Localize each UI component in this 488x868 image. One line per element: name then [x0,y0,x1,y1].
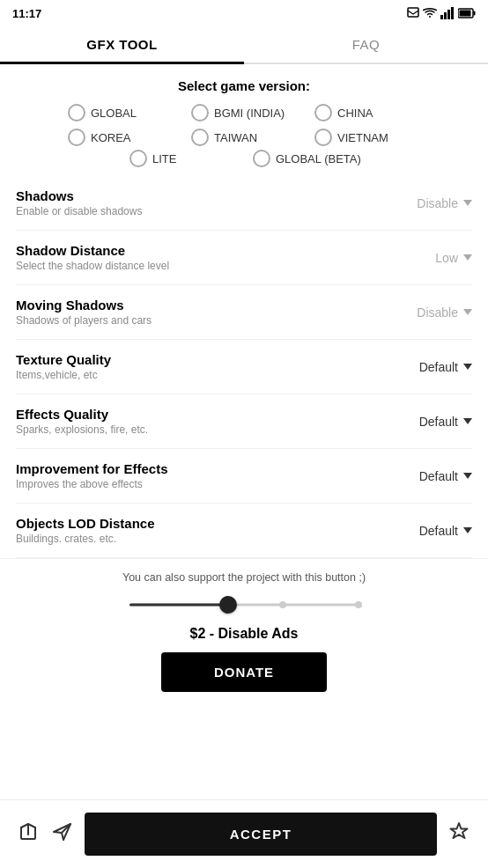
setting-row-moving-shadows: Moving Shadows Shadows of players and ca… [16,285,472,340]
dropdown-arrow-moving-shadows [463,309,472,315]
radio-label-vietnam: VIETNAM [337,131,388,144]
status-time: 11:17 [12,7,41,20]
signal-icon [440,7,455,19]
radio-china[interactable]: CHINA [306,104,429,121]
radio-label-global: GLOBAL [91,107,137,120]
setting-row-objects-lod: Objects LOD Distance Buildings. crates. … [16,504,472,558]
tab-faq[interactable]: FAQ [244,25,488,63]
radio-circle-china [314,104,332,121]
donate-button[interactable]: DONATE [161,652,327,692]
setting-info-shadows: Shadows Enable or disable shadows [16,188,393,217]
dropdown-arrow-shadow-distance [463,254,472,261]
radio-circle-taiwan [191,129,209,146]
setting-name-objects-lod: Objects LOD Distance [16,516,393,531]
svg-rect-2 [444,12,447,19]
slider-track [129,604,359,607]
radio-label-global-beta: GLOBAL (BETA) [276,152,361,166]
donate-price: $2 - Disable Ads [16,626,472,642]
radio-bgmi[interactable]: BGMI (INDIA) [182,104,306,121]
wifi-icon [423,8,437,18]
radio-global-beta[interactable]: GLOBAL (BETA) [244,150,367,167]
battery-icon [458,8,476,18]
setting-info-shadow-distance: Shadow Distance Select the shadow distan… [16,243,393,272]
dropdown-arrow-effects-quality [463,418,472,424]
setting-value-texture-quality: Default [419,360,458,374]
status-bar: 11:17 [0,0,488,25]
radio-label-lite: LITE [152,152,176,166]
donate-hint: You can also support the project with th… [16,571,472,584]
dropdown-arrow-improvement-effects [463,473,472,479]
setting-value-moving-shadows: Disable [417,305,458,320]
setting-value-shadow-distance: Low [435,251,458,265]
setting-control-shadows[interactable]: Disable [393,196,472,210]
setting-name-shadow-distance: Shadow Distance [16,243,393,258]
radio-label-china: CHINA [337,107,373,120]
setting-control-texture-quality[interactable]: Default [393,360,472,374]
star-icon[interactable] [447,820,470,849]
svg-rect-7 [460,11,471,17]
slider-container[interactable] [129,594,359,615]
setting-row-shadow-distance: Shadow Distance Select the shadow distan… [16,231,472,285]
radio-vietnam[interactable]: VIETNAM [306,129,429,146]
setting-control-moving-shadows[interactable]: Disable [393,305,472,320]
setting-name-texture-quality: Texture Quality [16,352,393,367]
setting-info-moving-shadows: Moving Shadows Shadows of players and ca… [16,298,393,327]
notification-icon [407,7,419,19]
share-icon[interactable] [18,820,41,849]
radio-label-korea: KOREA [91,131,131,144]
setting-name-moving-shadows: Moving Shadows [16,298,393,313]
setting-control-shadow-distance[interactable]: Low [393,251,472,265]
setting-control-objects-lod[interactable]: Default [393,524,472,538]
radio-label-taiwan: TAIWAN [214,131,257,144]
setting-name-effects-quality: Effects Quality [16,407,393,422]
setting-name-improvement-effects: Improvement for Effects [16,461,393,476]
version-section: Select game version: GLOBAL BGMI (INDIA)… [0,64,488,176]
svg-rect-6 [474,11,476,16]
radio-korea[interactable]: KOREA [59,129,182,146]
radio-circle-vietnam [314,129,332,146]
setting-desc-shadow-distance: Select the shadow distance level [16,260,393,272]
setting-info-objects-lod: Objects LOD Distance Buildings. crates. … [16,516,393,545]
setting-control-improvement-effects[interactable]: Default [393,469,472,483]
radio-taiwan[interactable]: TAIWAN [182,129,306,146]
setting-row-shadows: Shadows Enable or disable shadows Disabl… [16,176,472,231]
send-icon[interactable] [51,820,74,849]
setting-info-texture-quality: Texture Quality Items,vehicle, etc [16,352,393,381]
radio-label-bgmi: BGMI (INDIA) [214,107,285,120]
setting-control-effects-quality[interactable]: Default [393,415,472,429]
radio-global[interactable]: GLOBAL [59,104,182,121]
svg-rect-1 [440,15,443,19]
dropdown-arrow-texture-quality [463,364,472,370]
setting-desc-texture-quality: Items,vehicle, etc [16,369,393,381]
slider-tick-1 [279,601,286,608]
setting-value-objects-lod: Default [419,524,458,538]
slider-thumb[interactable] [219,596,237,614]
setting-value-improvement-effects: Default [419,469,458,483]
dropdown-arrow-shadows [463,200,472,206]
setting-info-effects-quality: Effects Quality Sparks, explosions, fire… [16,407,393,436]
setting-info-improvement-effects: Improvement for Effects Improves the abo… [16,461,393,490]
version-title: Select game version: [16,78,472,93]
setting-desc-moving-shadows: Shadows of players and cars [16,314,393,327]
setting-name-shadows: Shadows [16,188,393,203]
radio-circle-bgmi [191,104,209,121]
setting-desc-effects-quality: Sparks, explosions, fire, etc. [16,423,393,436]
tab-gfx-tool[interactable]: GFX TOOL [0,25,244,63]
accept-button[interactable]: ACCEPT [85,813,437,856]
setting-desc-shadows: Enable or disable shadows [16,205,393,217]
radio-circle-lite [129,150,147,167]
setting-row-improvement-effects: Improvement for Effects Improves the abo… [16,449,472,504]
radio-circle-global-beta [253,150,270,167]
settings-container: Shadows Enable or disable shadows Disabl… [0,176,488,558]
slider-tick-2 [355,601,362,608]
radio-lite[interactable]: LITE [121,150,244,167]
setting-value-effects-quality: Default [419,415,458,429]
radio-circle-global [68,104,85,121]
svg-rect-3 [447,10,450,19]
setting-row-effects-quality: Effects Quality Sparks, explosions, fire… [16,394,472,449]
svg-rect-0 [408,8,418,17]
radio-grid-row3: LITE GLOBAL (BETA) [121,150,367,167]
radio-circle-korea [68,129,85,146]
setting-row-texture-quality: Texture Quality Items,vehicle, etc Defau… [16,340,472,394]
status-icons [407,7,476,19]
